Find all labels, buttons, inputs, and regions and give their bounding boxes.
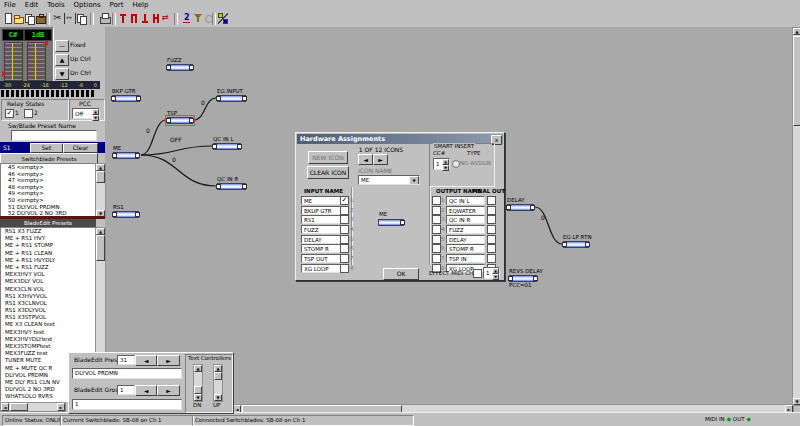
preset-name-input[interactable] bbox=[11, 130, 97, 141]
final-out-checkbox[interactable] bbox=[487, 244, 496, 253]
bladeedit-preset-input[interactable]: DLYVOL PRDMN bbox=[72, 368, 182, 379]
patch-node[interactable]: ME bbox=[113, 152, 139, 159]
input-name-field[interactable]: ME bbox=[301, 196, 341, 205]
output-enable-checkbox[interactable] bbox=[432, 254, 441, 263]
patch-node[interactable]: QC IN R bbox=[217, 183, 246, 190]
menu-item[interactable]: Options bbox=[74, 1, 101, 10]
input-name-field[interactable]: BKUP GTR bbox=[301, 206, 341, 215]
bladeedit-preset-item[interactable]: ME + RS1 FUZZ bbox=[1, 264, 96, 271]
output-enable-checkbox[interactable] bbox=[432, 225, 441, 234]
icon-next-button[interactable]: ► bbox=[373, 154, 388, 165]
output-name-field[interactable]: QC IN L bbox=[446, 196, 485, 205]
bladeedit-presets-header[interactable]: BladeEdit Presets bbox=[0, 219, 96, 227]
bladeedit-preset-item[interactable]: RS1 X3 FUZZ bbox=[1, 228, 96, 235]
final-out-checkbox[interactable] bbox=[487, 225, 496, 234]
dn-ctrl-button[interactable]: ▼ bbox=[55, 68, 69, 80]
bladeedit-preset-item[interactable]: MEX3HVYDLYtest bbox=[1, 336, 96, 343]
set-button[interactable]: Set bbox=[30, 143, 63, 153]
input-enable-checkbox[interactable] bbox=[340, 206, 349, 215]
clear-icon-button[interactable]: CLEAR ICON bbox=[307, 166, 349, 179]
relay-a-icon[interactable] bbox=[118, 13, 128, 24]
relay-2-checkbox[interactable] bbox=[24, 109, 33, 118]
final-out-checkbox[interactable] bbox=[487, 196, 496, 205]
output-name-field[interactable]: STOMP R bbox=[446, 244, 485, 253]
chevron-down-icon[interactable]: ▼ bbox=[409, 176, 419, 185]
input-name-field[interactable]: RS1 bbox=[301, 215, 341, 224]
input-enable-checkbox[interactable] bbox=[340, 215, 349, 224]
menu-item[interactable]: Help bbox=[132, 1, 148, 10]
open-icon[interactable] bbox=[14, 13, 24, 24]
menu-item[interactable]: Port bbox=[110, 1, 124, 10]
final-out-checkbox[interactable] bbox=[487, 206, 496, 215]
midi2-icon[interactable] bbox=[182, 13, 192, 24]
patch-node[interactable]: EG LP RTN bbox=[563, 241, 589, 248]
up-controller-scrollbar[interactable]: ▲▼ bbox=[213, 364, 223, 402]
bladeedit-preset-number[interactable]: 31 bbox=[117, 355, 135, 365]
patch-node[interactable]: REVS DELAYPCC=01 bbox=[509, 275, 537, 282]
copy-icon[interactable] bbox=[77, 13, 87, 24]
output-name-field[interactable]: QC IN R bbox=[446, 215, 485, 224]
up-ctrl-button[interactable]: ▲ bbox=[55, 54, 69, 66]
output-enable-checkbox[interactable] bbox=[432, 196, 441, 205]
dn-controller-scrollbar[interactable]: ▲▼ bbox=[193, 364, 203, 402]
input-enable-checkbox[interactable] bbox=[340, 264, 349, 273]
relay-b-icon[interactable] bbox=[129, 13, 139, 24]
icon-prev-button[interactable]: ◄ bbox=[358, 154, 373, 165]
input-enable-checkbox[interactable] bbox=[340, 225, 349, 234]
patch-node[interactable]: RS1 bbox=[113, 211, 139, 218]
final-out-checkbox[interactable] bbox=[487, 235, 496, 244]
bladeedit-preset-item[interactable]: RS1 X3DLYVOL bbox=[1, 307, 96, 314]
patch-node[interactable]: QC IN L bbox=[213, 143, 241, 150]
relay-c-icon[interactable] bbox=[140, 13, 150, 24]
input-enable-checkbox[interactable] bbox=[340, 244, 349, 253]
patch-node[interactable]: DELAY bbox=[507, 204, 534, 211]
bladeedit-preset-item[interactable]: ME + RS1 CLEAN bbox=[1, 250, 96, 257]
output-enable-checkbox[interactable] bbox=[432, 215, 441, 224]
patch-node[interactable]: FUZZ bbox=[167, 64, 193, 71]
pages-icon[interactable] bbox=[25, 13, 35, 24]
fit-icon[interactable] bbox=[64, 13, 76, 24]
output-name-field[interactable]: FUZZ bbox=[446, 225, 485, 234]
output-name-field[interactable]: DELAY bbox=[446, 235, 485, 244]
switchblade-preset-item[interactable]: 50 <empty> bbox=[1, 197, 96, 204]
input-enable-checkbox[interactable] bbox=[340, 235, 349, 244]
effect-midi-chan-checkbox[interactable] bbox=[473, 269, 482, 278]
switchblade-list-scrollbar[interactable]: ▲▼ bbox=[95, 163, 106, 218]
output-name-field[interactable]: TSP IN bbox=[446, 254, 485, 263]
funnel-icon[interactable] bbox=[193, 13, 203, 24]
input-name-field[interactable]: DELAY bbox=[301, 235, 341, 244]
canvas-vscrollbar[interactable]: ▲▼ bbox=[792, 27, 800, 406]
swap-icon[interactable] bbox=[162, 13, 172, 24]
bladeedit-preset-prev-button[interactable]: ◄ bbox=[135, 355, 157, 366]
meter-marker-right-icon[interactable] bbox=[41, 40, 48, 46]
switchblade-preset-item[interactable]: 49 <empty> bbox=[1, 190, 96, 197]
menu-item[interactable]: File bbox=[4, 1, 16, 10]
input-name-field[interactable]: STOMP R bbox=[301, 244, 341, 253]
bladeedit-group-next-button[interactable]: ► bbox=[157, 385, 180, 396]
print-icon[interactable] bbox=[100, 13, 110, 24]
route-icon[interactable] bbox=[218, 13, 228, 24]
bladeedit-preset-item[interactable]: ME + RS1 STOMP bbox=[1, 242, 96, 249]
menu-item[interactable]: Edit bbox=[25, 1, 39, 10]
bladeedit-group-input[interactable]: 1 bbox=[72, 399, 182, 410]
bladeedit-group-number[interactable]: 1 bbox=[117, 385, 135, 395]
switchblade-preset-item[interactable]: 48 <empty> bbox=[1, 184, 96, 191]
input-name-field[interactable]: FUZZ bbox=[301, 225, 341, 234]
bladeedit-preset-item[interactable]: MEX3STOMPtest bbox=[1, 343, 96, 350]
input-enable-checkbox[interactable] bbox=[340, 196, 349, 205]
bladeedit-preset-item[interactable]: ME + RS1 HVY bbox=[1, 235, 96, 242]
bladeedit-group-prev-button[interactable]: ◄ bbox=[135, 385, 157, 396]
icon-name-dropdown[interactable]: ME ▼ bbox=[358, 175, 420, 185]
relay-d-icon[interactable] bbox=[151, 13, 161, 24]
output-name-field[interactable]: EQWATER bbox=[446, 206, 485, 215]
preview-node[interactable] bbox=[378, 219, 404, 226]
patch-node[interactable]: TSP bbox=[167, 117, 193, 124]
switchblade-preset-item[interactable]: 46 <empty> bbox=[1, 171, 96, 178]
bladeedit-preset-item[interactable]: MEX3HVY test bbox=[1, 329, 96, 336]
fixed-button[interactable]: — bbox=[55, 40, 69, 52]
output-enable-checkbox[interactable] bbox=[432, 244, 441, 253]
final-out-checkbox[interactable] bbox=[487, 254, 496, 263]
switchblade-preset-item[interactable]: 45 <empty> bbox=[1, 164, 96, 171]
final-out-checkbox[interactable] bbox=[487, 215, 496, 224]
bladeedit-preset-item[interactable]: RS1 X3HVYVOL bbox=[1, 293, 96, 300]
